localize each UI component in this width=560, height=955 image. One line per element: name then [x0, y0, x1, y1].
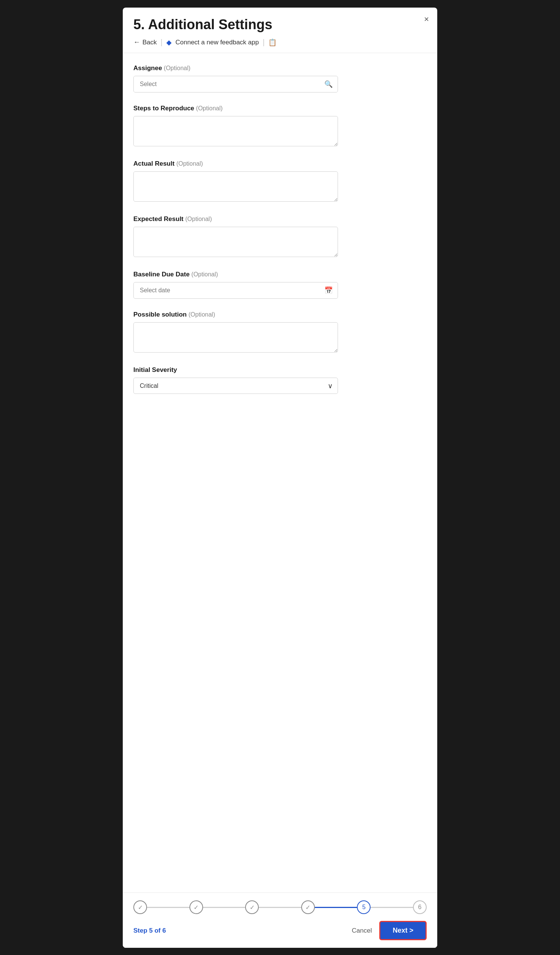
baseline-due-date-label: Baseline Due Date (Optional) [133, 271, 427, 278]
step-2: ✓ [189, 900, 203, 914]
step-line-2 [203, 907, 246, 908]
modal-body: Assignee (Optional) 🔍 Steps to Reproduce… [123, 53, 437, 892]
cancel-button[interactable]: Cancel [352, 927, 372, 935]
modal-footer: ✓ ✓ ✓ ✓ 5 6 Step 5 of 6 [123, 892, 437, 948]
step-line-5 [371, 907, 413, 908]
step-6: 6 [413, 900, 427, 914]
steps-to-reproduce-label: Steps to Reproduce (Optional) [133, 105, 427, 112]
next-button[interactable]: Next > [379, 921, 427, 940]
possible-solution-input[interactable] [133, 322, 338, 353]
steps-to-reproduce-input[interactable] [133, 116, 338, 146]
expected-result-label: Expected Result (Optional) [133, 215, 427, 223]
footer-right: Cancel Next > [352, 921, 427, 940]
diamond-icon: ◆ [166, 38, 172, 47]
step-line-1 [147, 907, 189, 908]
additional-settings-modal: × 5. Additional Settings ← Back | ◆ Conn… [123, 8, 437, 948]
baseline-optional: (Optional) [191, 271, 218, 278]
steps-to-reproduce-group: Steps to Reproduce (Optional) [133, 105, 427, 148]
step-line-3 [259, 907, 301, 908]
step-line-4 [315, 907, 357, 908]
initial-severity-select[interactable]: Critical High Medium Low [133, 378, 338, 394]
search-icon: 🔍 [324, 80, 333, 88]
assignee-input[interactable] [133, 76, 338, 93]
footer-actions: Step 5 of 6 Cancel Next > [133, 921, 427, 940]
back-arrow-icon: ← [133, 38, 140, 46]
step-6-number: 6 [418, 904, 422, 911]
steps-optional: (Optional) [196, 105, 222, 111]
date-input-wrapper: 📅 [133, 282, 338, 299]
initial-severity-group: Initial Severity Critical High Medium Lo… [133, 366, 427, 394]
check-icon-1: ✓ [138, 904, 143, 911]
severity-select-wrapper: Critical High Medium Low ∨ [133, 378, 338, 394]
assignee-label: Assignee (Optional) [133, 64, 427, 72]
back-label: Back [142, 39, 157, 46]
step-4: ✓ [301, 900, 315, 914]
actual-result-input[interactable] [133, 171, 338, 202]
assignee-optional: (Optional) [164, 65, 190, 71]
expected-optional: (Optional) [185, 216, 212, 222]
assignee-group: Assignee (Optional) 🔍 [133, 64, 427, 93]
step-5-number: 5 [362, 904, 366, 911]
check-icon-3: ✓ [250, 904, 255, 911]
assignee-input-wrapper: 🔍 [133, 76, 338, 93]
possible-solution-label: Possible solution (Optional) [133, 311, 427, 318]
step-1: ✓ [133, 900, 147, 914]
clipboard-icon[interactable]: 📋 [268, 38, 277, 47]
actual-optional: (Optional) [176, 160, 203, 167]
baseline-due-date-input[interactable] [133, 282, 338, 299]
divider: | [161, 38, 163, 47]
modal-header: × 5. Additional Settings ← Back | ◆ Conn… [123, 8, 437, 53]
expected-result-group: Expected Result (Optional) [133, 215, 427, 259]
expected-result-input[interactable] [133, 227, 338, 257]
actual-result-group: Actual Result (Optional) [133, 160, 427, 203]
step-3: ✓ [245, 900, 259, 914]
page-title: 5. Additional Settings [133, 17, 427, 33]
close-button[interactable]: × [424, 15, 429, 24]
calendar-icon: 📅 [324, 286, 333, 295]
step-5: 5 [357, 900, 371, 914]
stepper: ✓ ✓ ✓ ✓ 5 6 [133, 900, 427, 914]
initial-severity-label: Initial Severity [133, 366, 427, 374]
back-button[interactable]: ← Back [133, 38, 157, 46]
subtitle-app: Connect a new feedback app [175, 39, 259, 46]
check-icon-2: ✓ [194, 904, 199, 911]
possible-solution-group: Possible solution (Optional) [133, 311, 427, 354]
check-icon-4: ✓ [305, 904, 310, 911]
divider2: | [263, 38, 264, 47]
breadcrumb: ← Back | ◆ Connect a new feedback app | … [133, 38, 427, 47]
solution-optional: (Optional) [188, 311, 215, 318]
step-indicator: Step 5 of 6 [133, 927, 166, 935]
baseline-due-date-group: Baseline Due Date (Optional) 📅 [133, 271, 427, 299]
actual-result-label: Actual Result (Optional) [133, 160, 427, 168]
